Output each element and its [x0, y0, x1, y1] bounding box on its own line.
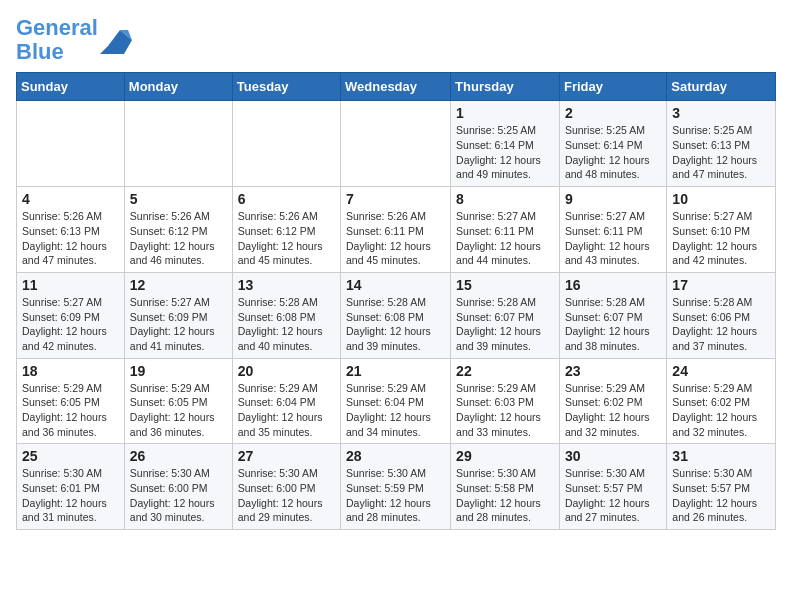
day-cell: 6 Sunrise: 5:26 AMSunset: 6:12 PMDayligh…: [232, 187, 340, 273]
logo-text: GeneralBlue: [16, 16, 98, 64]
day-number: 14: [346, 277, 445, 293]
week-row-2: 4 Sunrise: 5:26 AMSunset: 6:13 PMDayligh…: [17, 187, 776, 273]
day-info: Sunrise: 5:29 AMSunset: 6:02 PMDaylight:…: [672, 381, 770, 440]
week-row-1: 1 Sunrise: 5:25 AMSunset: 6:14 PMDayligh…: [17, 101, 776, 187]
day-number: 10: [672, 191, 770, 207]
day-info: Sunrise: 5:25 AMSunset: 6:14 PMDaylight:…: [456, 123, 554, 182]
day-number: 21: [346, 363, 445, 379]
day-cell: [341, 101, 451, 187]
header-cell-tuesday: Tuesday: [232, 73, 340, 101]
day-number: 4: [22, 191, 119, 207]
calendar-body: 1 Sunrise: 5:25 AMSunset: 6:14 PMDayligh…: [17, 101, 776, 530]
day-cell: 28 Sunrise: 5:30 AMSunset: 5:59 PMDaylig…: [341, 444, 451, 530]
day-cell: 21 Sunrise: 5:29 AMSunset: 6:04 PMDaylig…: [341, 358, 451, 444]
day-info: Sunrise: 5:29 AMSunset: 6:03 PMDaylight:…: [456, 381, 554, 440]
day-cell: 17 Sunrise: 5:28 AMSunset: 6:06 PMDaylig…: [667, 272, 776, 358]
day-cell: 27 Sunrise: 5:30 AMSunset: 6:00 PMDaylig…: [232, 444, 340, 530]
day-number: 29: [456, 448, 554, 464]
page-header: GeneralBlue: [16, 16, 776, 64]
day-info: Sunrise: 5:29 AMSunset: 6:04 PMDaylight:…: [238, 381, 335, 440]
day-number: 20: [238, 363, 335, 379]
day-number: 15: [456, 277, 554, 293]
day-number: 16: [565, 277, 661, 293]
day-cell: 9 Sunrise: 5:27 AMSunset: 6:11 PMDayligh…: [559, 187, 666, 273]
day-cell: 25 Sunrise: 5:30 AMSunset: 6:01 PMDaylig…: [17, 444, 125, 530]
day-info: Sunrise: 5:29 AMSunset: 6:02 PMDaylight:…: [565, 381, 661, 440]
day-cell: 24 Sunrise: 5:29 AMSunset: 6:02 PMDaylig…: [667, 358, 776, 444]
day-info: Sunrise: 5:29 AMSunset: 6:04 PMDaylight:…: [346, 381, 445, 440]
day-cell: 19 Sunrise: 5:29 AMSunset: 6:05 PMDaylig…: [124, 358, 232, 444]
day-info: Sunrise: 5:27 AMSunset: 6:11 PMDaylight:…: [565, 209, 661, 268]
week-row-5: 25 Sunrise: 5:30 AMSunset: 6:01 PMDaylig…: [17, 444, 776, 530]
day-info: Sunrise: 5:28 AMSunset: 6:08 PMDaylight:…: [238, 295, 335, 354]
day-info: Sunrise: 5:30 AMSunset: 6:01 PMDaylight:…: [22, 466, 119, 525]
day-info: Sunrise: 5:27 AMSunset: 6:10 PMDaylight:…: [672, 209, 770, 268]
day-info: Sunrise: 5:27 AMSunset: 6:11 PMDaylight:…: [456, 209, 554, 268]
day-cell: [124, 101, 232, 187]
header-cell-wednesday: Wednesday: [341, 73, 451, 101]
day-info: Sunrise: 5:25 AMSunset: 6:14 PMDaylight:…: [565, 123, 661, 182]
header-cell-friday: Friday: [559, 73, 666, 101]
header-cell-monday: Monday: [124, 73, 232, 101]
day-number: 13: [238, 277, 335, 293]
day-info: Sunrise: 5:28 AMSunset: 6:07 PMDaylight:…: [456, 295, 554, 354]
day-cell: 31 Sunrise: 5:30 AMSunset: 5:57 PMDaylig…: [667, 444, 776, 530]
day-info: Sunrise: 5:26 AMSunset: 6:13 PMDaylight:…: [22, 209, 119, 268]
day-info: Sunrise: 5:30 AMSunset: 5:57 PMDaylight:…: [672, 466, 770, 525]
day-number: 7: [346, 191, 445, 207]
day-number: 6: [238, 191, 335, 207]
day-number: 22: [456, 363, 554, 379]
day-info: Sunrise: 5:30 AMSunset: 5:59 PMDaylight:…: [346, 466, 445, 525]
day-number: 3: [672, 105, 770, 121]
calendar-table: SundayMondayTuesdayWednesdayThursdayFrid…: [16, 72, 776, 530]
day-number: 2: [565, 105, 661, 121]
day-info: Sunrise: 5:29 AMSunset: 6:05 PMDaylight:…: [22, 381, 119, 440]
day-number: 11: [22, 277, 119, 293]
day-cell: 29 Sunrise: 5:30 AMSunset: 5:58 PMDaylig…: [451, 444, 560, 530]
day-cell: 11 Sunrise: 5:27 AMSunset: 6:09 PMDaylig…: [17, 272, 125, 358]
day-info: Sunrise: 5:30 AMSunset: 6:00 PMDaylight:…: [130, 466, 227, 525]
day-number: 19: [130, 363, 227, 379]
day-cell: 7 Sunrise: 5:26 AMSunset: 6:11 PMDayligh…: [341, 187, 451, 273]
day-info: Sunrise: 5:30 AMSunset: 5:58 PMDaylight:…: [456, 466, 554, 525]
day-info: Sunrise: 5:27 AMSunset: 6:09 PMDaylight:…: [22, 295, 119, 354]
day-info: Sunrise: 5:26 AMSunset: 6:12 PMDaylight:…: [130, 209, 227, 268]
day-number: 1: [456, 105, 554, 121]
day-number: 26: [130, 448, 227, 464]
day-info: Sunrise: 5:28 AMSunset: 6:07 PMDaylight:…: [565, 295, 661, 354]
day-cell: 20 Sunrise: 5:29 AMSunset: 6:04 PMDaylig…: [232, 358, 340, 444]
day-info: Sunrise: 5:28 AMSunset: 6:08 PMDaylight:…: [346, 295, 445, 354]
day-cell: 26 Sunrise: 5:30 AMSunset: 6:00 PMDaylig…: [124, 444, 232, 530]
day-number: 5: [130, 191, 227, 207]
day-number: 8: [456, 191, 554, 207]
week-row-4: 18 Sunrise: 5:29 AMSunset: 6:05 PMDaylig…: [17, 358, 776, 444]
day-cell: 8 Sunrise: 5:27 AMSunset: 6:11 PMDayligh…: [451, 187, 560, 273]
day-number: 30: [565, 448, 661, 464]
day-cell: 1 Sunrise: 5:25 AMSunset: 6:14 PMDayligh…: [451, 101, 560, 187]
day-cell: 3 Sunrise: 5:25 AMSunset: 6:13 PMDayligh…: [667, 101, 776, 187]
calendar-header: SundayMondayTuesdayWednesdayThursdayFrid…: [17, 73, 776, 101]
day-info: Sunrise: 5:29 AMSunset: 6:05 PMDaylight:…: [130, 381, 227, 440]
day-cell: 14 Sunrise: 5:28 AMSunset: 6:08 PMDaylig…: [341, 272, 451, 358]
day-number: 27: [238, 448, 335, 464]
day-cell: 22 Sunrise: 5:29 AMSunset: 6:03 PMDaylig…: [451, 358, 560, 444]
header-cell-saturday: Saturday: [667, 73, 776, 101]
header-cell-sunday: Sunday: [17, 73, 125, 101]
day-number: 31: [672, 448, 770, 464]
day-cell: 5 Sunrise: 5:26 AMSunset: 6:12 PMDayligh…: [124, 187, 232, 273]
header-row: SundayMondayTuesdayWednesdayThursdayFrid…: [17, 73, 776, 101]
day-number: 25: [22, 448, 119, 464]
day-cell: 16 Sunrise: 5:28 AMSunset: 6:07 PMDaylig…: [559, 272, 666, 358]
day-info: Sunrise: 5:26 AMSunset: 6:11 PMDaylight:…: [346, 209, 445, 268]
day-cell: 12 Sunrise: 5:27 AMSunset: 6:09 PMDaylig…: [124, 272, 232, 358]
day-cell: [232, 101, 340, 187]
day-cell: 23 Sunrise: 5:29 AMSunset: 6:02 PMDaylig…: [559, 358, 666, 444]
header-cell-thursday: Thursday: [451, 73, 560, 101]
day-cell: 2 Sunrise: 5:25 AMSunset: 6:14 PMDayligh…: [559, 101, 666, 187]
logo: GeneralBlue: [16, 16, 132, 64]
day-info: Sunrise: 5:30 AMSunset: 6:00 PMDaylight:…: [238, 466, 335, 525]
day-number: 18: [22, 363, 119, 379]
day-number: 24: [672, 363, 770, 379]
day-info: Sunrise: 5:30 AMSunset: 5:57 PMDaylight:…: [565, 466, 661, 525]
day-cell: [17, 101, 125, 187]
